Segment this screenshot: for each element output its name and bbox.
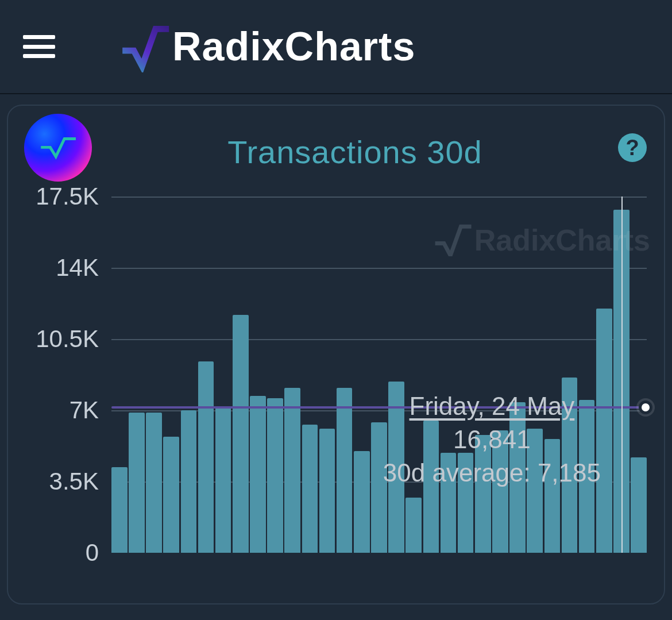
- bar[interactable]: [631, 457, 647, 553]
- bar[interactable]: [267, 398, 283, 553]
- radix-root-icon: [118, 21, 170, 72]
- bar[interactable]: [111, 467, 128, 553]
- bar[interactable]: [302, 425, 318, 553]
- bar[interactable]: [596, 309, 612, 553]
- bar[interactable]: [337, 388, 353, 553]
- bar[interactable]: [198, 361, 214, 553]
- bars: [111, 197, 647, 553]
- bar[interactable]: [423, 421, 439, 553]
- average-line: [111, 406, 647, 409]
- bar[interactable]: [284, 388, 300, 553]
- bar[interactable]: [146, 413, 162, 553]
- bar[interactable]: [181, 410, 197, 553]
- y-tick-label: 3.5K: [49, 468, 99, 495]
- brand-text: RadixCharts: [172, 24, 415, 70]
- menu-icon[interactable]: [23, 35, 55, 58]
- y-axis: 03.5K7K10.5K14K17.5K: [25, 197, 111, 553]
- bar[interactable]: [233, 315, 249, 553]
- bar[interactable]: [371, 422, 387, 553]
- chart[interactable]: 03.5K7K10.5K14K17.5K RadixCharts Friday,…: [25, 197, 647, 564]
- bar[interactable]: [163, 437, 179, 553]
- y-tick-label: 10.5K: [36, 325, 99, 353]
- average-marker-icon: [639, 401, 652, 414]
- y-tick-label: 7K: [69, 396, 99, 424]
- bar[interactable]: [579, 400, 595, 553]
- bar[interactable]: [509, 402, 526, 553]
- bar[interactable]: [319, 429, 335, 553]
- bar[interactable]: [527, 429, 543, 553]
- bar[interactable]: [129, 413, 145, 553]
- bar[interactable]: [458, 453, 474, 553]
- y-tick-label: 14K: [56, 254, 99, 282]
- card-header: Transactions 30d ?: [25, 114, 647, 187]
- help-icon[interactable]: ?: [618, 133, 647, 162]
- y-tick-label: 0: [86, 539, 99, 567]
- crosshair: [621, 197, 623, 553]
- bar[interactable]: [475, 435, 491, 553]
- bar[interactable]: [441, 453, 457, 553]
- asset-badge[interactable]: [24, 114, 92, 182]
- bar[interactable]: [562, 378, 578, 553]
- app-header: RadixCharts: [0, 0, 672, 94]
- brand[interactable]: RadixCharts: [118, 21, 415, 72]
- radix-check-icon: [40, 134, 76, 161]
- plot-area[interactable]: RadixCharts: [111, 197, 647, 553]
- card-title: Transactions 30d: [227, 133, 482, 171]
- bar[interactable]: [354, 451, 370, 553]
- bar[interactable]: [492, 430, 508, 553]
- y-tick-label: 17.5K: [36, 183, 99, 210]
- transactions-card: Transactions 30d ? 03.5K7K10.5K14K17.5K …: [7, 105, 665, 604]
- bar[interactable]: [544, 439, 561, 553]
- bar[interactable]: [250, 396, 266, 553]
- bar[interactable]: [215, 406, 231, 553]
- bar[interactable]: [405, 498, 422, 553]
